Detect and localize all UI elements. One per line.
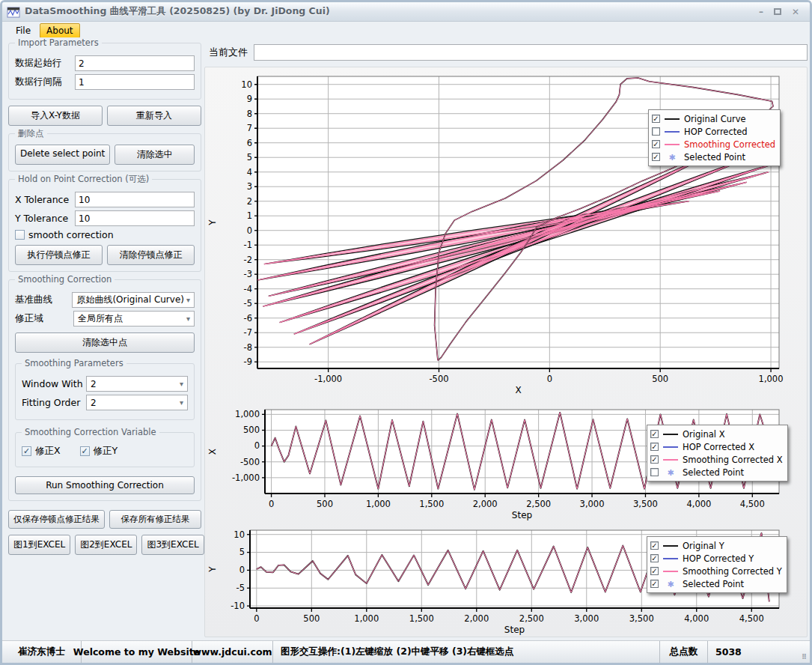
reimport-button[interactable]: 重新导入 <box>107 106 201 126</box>
svg-text:10: 10 <box>241 79 252 90</box>
legend-line-icon <box>662 553 679 564</box>
window-width-select[interactable]: 2 ▾ <box>86 376 188 392</box>
status-total-points-label: 总点数 <box>660 641 708 663</box>
main-xy-chart[interactable]: 109876543210-1-2-3-4-5-6-7-8-9-1,000-500… <box>205 67 807 405</box>
correct-y-checkbox[interactable]: ✓ 修正Y <box>80 445 118 458</box>
legend-checkbox[interactable]: ✓ <box>652 153 660 161</box>
current-file-row: 当前文件 <box>209 44 808 61</box>
legend-line-icon <box>664 114 680 124</box>
clear-selected-button[interactable]: 清除选中 <box>115 145 195 165</box>
legend-checkbox[interactable]: ✓ <box>650 567 659 575</box>
import-parameters-group: Import Parameters 数据起始行 数据行间隔 <box>8 43 201 100</box>
current-file-input[interactable] <box>254 44 808 61</box>
selected-point-marker-icon: ✱ <box>662 467 679 478</box>
minimize-button[interactable]: – <box>759 7 763 17</box>
smooth-correction-checkbox[interactable]: smooth correction <box>15 229 114 240</box>
delete-select-point-button[interactable]: Delete select point <box>15 145 110 165</box>
legend-checkbox[interactable]: ✓ <box>650 443 659 451</box>
svg-text:Step: Step <box>512 510 532 520</box>
run-smoothing-correction-button[interactable]: Run Smoothing Correction <box>15 476 195 494</box>
legend-label: Selected Point <box>683 467 744 478</box>
legend-checkbox[interactable]: ✓ <box>650 580 659 588</box>
svg-text:5: 5 <box>239 547 245 557</box>
chevron-down-icon: ▾ <box>177 398 186 407</box>
save-hop-results-button[interactable]: 仅保存停顿点修正结果 <box>8 510 105 529</box>
checkbox-label: smooth correction <box>28 229 114 240</box>
checkbox-box: ✓ <box>80 446 90 456</box>
status-author: 崔济东博士 <box>2 641 82 663</box>
svg-text:0: 0 <box>254 613 259 624</box>
delete-points-group: 删除点 Delete select point 清除选中 <box>8 133 201 171</box>
menu-about[interactable]: About <box>40 23 79 38</box>
x-chart-legend-item: ✓Original X <box>650 428 783 440</box>
base-curve-select[interactable]: 原始曲线(Original Curve) ▾ <box>72 292 195 308</box>
status-website-link[interactable]: www.jdcui.com <box>192 641 273 663</box>
status-interaction-hint: 图形交互操作:(1)左键缩放 (2)中键平移 (3)右键框选点 <box>273 641 660 663</box>
clear-selected-points-button[interactable]: 清除选中点 <box>15 332 195 353</box>
chevron-down-icon: ▾ <box>184 296 192 304</box>
main-chart-legend-item: ✓Original Curve <box>652 112 775 125</box>
legend-checkbox[interactable]: ✓ <box>650 430 659 438</box>
svg-text:2,500: 2,500 <box>526 499 551 509</box>
data-row-interval-input[interactable] <box>75 74 195 90</box>
svg-text:-500: -500 <box>240 457 260 467</box>
maximize-button[interactable] <box>774 8 781 15</box>
run-hop-correction-button[interactable]: 执行停顿点修正 <box>15 245 103 265</box>
clear-hop-correction-button[interactable]: 清除停顿点修正 <box>107 245 195 265</box>
data-start-row-input[interactable] <box>75 55 195 71</box>
svg-text:-2: -2 <box>244 255 252 265</box>
svg-text:1,000: 1,000 <box>354 613 379 624</box>
svg-text:4,500: 4,500 <box>739 613 764 624</box>
svg-text:4,500: 4,500 <box>740 499 765 509</box>
legend-label: HOP Corrected <box>684 127 748 137</box>
group-title: Smoothing Correction Variable <box>22 427 159 437</box>
menu-file[interactable]: File <box>10 24 37 37</box>
svg-text:2,000: 2,000 <box>464 613 489 624</box>
legend-label: Original Y <box>683 541 724 551</box>
svg-text:500: 500 <box>303 613 320 624</box>
close-button[interactable]: ✕ <box>792 7 799 17</box>
y-tolerance-input[interactable] <box>75 210 195 226</box>
x-tolerance-input[interactable] <box>75 192 195 207</box>
svg-text:-5: -5 <box>244 298 252 309</box>
legend-checkbox[interactable]: ✓ <box>652 140 660 148</box>
y-step-chart[interactable]: 1050-5-1005001,0001,5002,0002,5003,0003,… <box>205 524 807 640</box>
correct-x-checkbox[interactable]: ✓ 修正X <box>22 445 61 458</box>
legend-checkbox[interactable]: ✓ <box>652 115 660 123</box>
svg-text:-500: -500 <box>429 374 448 384</box>
legend-checkbox[interactable]: ✓ <box>650 541 659 550</box>
status-welcome-link[interactable]: Welcome to my Website <box>82 641 192 663</box>
legend-line-icon <box>664 127 680 137</box>
group-title: Import Parameters <box>15 37 102 48</box>
y-chart-legend: ✓Original Y✓HOP Corrected Y✓Smoothing Co… <box>647 536 787 593</box>
y-chart-legend-item: ✓HOP Corrected Y <box>650 552 782 565</box>
legend-checkbox[interactable] <box>650 468 659 476</box>
x-step-chart[interactable]: 1,0005000-500-1,00005001,0001,5002,0002,… <box>205 405 807 524</box>
legend-checkbox[interactable]: ✓ <box>650 455 659 464</box>
y-chart-legend-item: ✓Original Y <box>650 539 782 552</box>
chart2-to-excel-button[interactable]: 图2到EXCEL <box>75 535 137 555</box>
chart1-to-excel-button[interactable]: 图1到EXCEL <box>8 535 70 555</box>
svg-text:3,500: 3,500 <box>629 613 654 624</box>
legend-checkbox[interactable] <box>652 127 660 136</box>
legend-label: Original Curve <box>684 114 746 124</box>
legend-checkbox[interactable]: ✓ <box>650 554 659 562</box>
import-xy-button[interactable]: 导入X-Y数据 <box>8 106 103 126</box>
main-chart-legend-item: ✓Smoothing Corrected <box>652 138 775 151</box>
chevron-down-icon: ▾ <box>177 380 186 388</box>
chevron-down-icon: ▾ <box>184 315 192 323</box>
combo-value: 原始曲线(Original Curve) <box>76 294 184 306</box>
group-title: Smoothing Parameters <box>22 358 126 368</box>
correction-domain-select[interactable]: 全局所有点 ▾ <box>73 311 195 327</box>
save-all-results-button[interactable]: 保存所有修正结果 <box>109 510 201 529</box>
chart3-to-excel-button[interactable]: 图3到EXCEL <box>141 535 204 555</box>
legend-label: Smoothing Corrected <box>684 139 775 150</box>
correction-domain-label: 修正域 <box>15 312 73 325</box>
legend-line-icon <box>662 442 679 452</box>
legend-label: HOP Corrected X <box>683 442 754 452</box>
resize-grip-icon[interactable]: ⠿ <box>802 653 808 661</box>
fitting-order-select[interactable]: 2 ▾ <box>86 395 188 410</box>
svg-text:-1,000: -1,000 <box>232 473 260 483</box>
svg-text:Y: Y <box>207 566 218 573</box>
svg-text:500: 500 <box>243 425 260 435</box>
